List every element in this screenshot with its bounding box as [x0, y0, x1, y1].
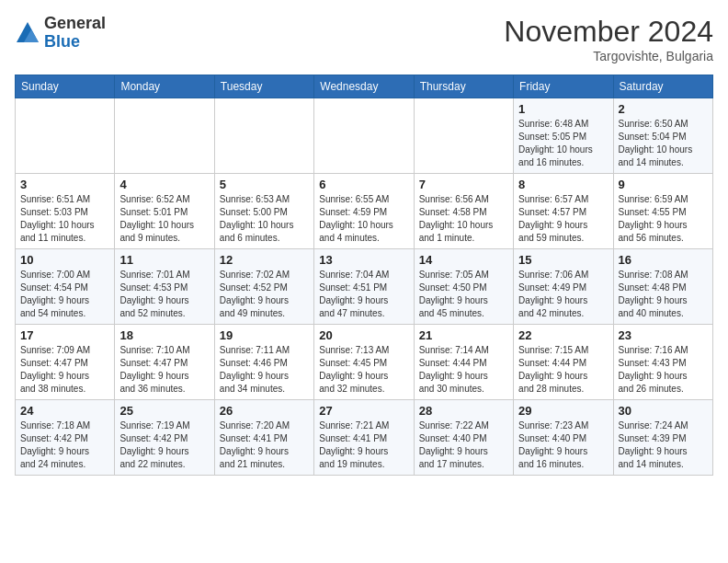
calendar-day-cell: 14Sunrise: 7:05 AM Sunset: 4:50 PM Dayli… — [414, 249, 513, 325]
calendar-day-cell: 16Sunrise: 7:08 AM Sunset: 4:48 PM Dayli… — [613, 249, 712, 325]
day-number: 30 — [619, 404, 708, 418]
day-number: 27 — [319, 404, 408, 418]
day-info: Sunrise: 6:53 AM Sunset: 5:00 PM Dayligh… — [220, 193, 309, 245]
day-info: Sunrise: 6:50 AM Sunset: 5:04 PM Dayligh… — [619, 118, 708, 169]
day-number: 2 — [619, 102, 708, 116]
day-info: Sunrise: 7:08 AM Sunset: 4:48 PM Dayligh… — [619, 269, 708, 320]
day-info: Sunrise: 7:23 AM Sunset: 4:40 PM Dayligh… — [518, 419, 608, 471]
calendar-day-cell: 6Sunrise: 6:55 AM Sunset: 4:59 PM Daylig… — [314, 174, 414, 249]
calendar-body: 1Sunrise: 6:48 AM Sunset: 5:05 PM Daylig… — [16, 98, 713, 476]
day-number: 23 — [619, 328, 708, 342]
day-number: 20 — [319, 328, 408, 342]
calendar-day-cell: 7Sunrise: 6:56 AM Sunset: 4:58 PM Daylig… — [414, 174, 513, 249]
day-info: Sunrise: 7:18 AM Sunset: 4:42 PM Dayligh… — [20, 419, 109, 471]
day-number: 14 — [419, 253, 508, 267]
calendar-day-cell: 1Sunrise: 6:48 AM Sunset: 5:05 PM Daylig… — [514, 98, 613, 174]
day-number: 15 — [518, 253, 608, 267]
day-number: 8 — [518, 178, 608, 191]
day-number: 28 — [419, 404, 508, 418]
calendar-week-row: 17Sunrise: 7:09 AM Sunset: 4:47 PM Dayli… — [16, 325, 713, 400]
day-info: Sunrise: 7:04 AM Sunset: 4:51 PM Dayligh… — [319, 269, 408, 320]
weekday-header-cell: Tuesday — [214, 75, 313, 98]
day-number: 18 — [119, 328, 209, 342]
calendar-day-cell: 5Sunrise: 6:53 AM Sunset: 5:00 PM Daylig… — [214, 174, 313, 249]
day-info: Sunrise: 7:02 AM Sunset: 4:52 PM Dayligh… — [220, 269, 309, 320]
day-number: 11 — [119, 253, 209, 267]
day-info: Sunrise: 7:01 AM Sunset: 4:53 PM Dayligh… — [119, 269, 209, 320]
calendar-week-row: 10Sunrise: 7:00 AM Sunset: 4:54 PM Dayli… — [16, 249, 713, 325]
weekday-header-cell: Saturday — [613, 75, 712, 98]
day-number: 22 — [518, 328, 608, 342]
calendar-day-cell: 23Sunrise: 7:16 AM Sunset: 4:43 PM Dayli… — [613, 325, 712, 400]
day-number: 17 — [20, 328, 109, 342]
calendar-day-cell: 15Sunrise: 7:06 AM Sunset: 4:49 PM Dayli… — [514, 249, 613, 325]
logo-text: General Blue — [44, 15, 106, 52]
weekday-header-cell: Wednesday — [314, 75, 414, 98]
calendar-table: SundayMondayTuesdayWednesdayThursdayFrid… — [15, 75, 713, 476]
day-info: Sunrise: 7:00 AM Sunset: 4:54 PM Dayligh… — [20, 269, 109, 320]
calendar-day-cell: 11Sunrise: 7:01 AM Sunset: 4:53 PM Dayli… — [115, 249, 214, 325]
day-number: 7 — [419, 178, 508, 191]
calendar-day-cell: 22Sunrise: 7:15 AM Sunset: 4:44 PM Dayli… — [514, 325, 613, 400]
day-info: Sunrise: 7:20 AM Sunset: 4:41 PM Dayligh… — [220, 419, 309, 471]
day-info: Sunrise: 7:15 AM Sunset: 4:44 PM Dayligh… — [518, 344, 608, 396]
day-info: Sunrise: 6:51 AM Sunset: 5:03 PM Dayligh… — [20, 193, 109, 245]
day-info: Sunrise: 7:14 AM Sunset: 4:44 PM Dayligh… — [419, 344, 508, 396]
day-info: Sunrise: 6:56 AM Sunset: 4:58 PM Dayligh… — [419, 193, 508, 245]
day-info: Sunrise: 6:48 AM Sunset: 5:05 PM Dayligh… — [518, 118, 608, 169]
day-number: 16 — [619, 253, 708, 267]
calendar-day-cell: 19Sunrise: 7:11 AM Sunset: 4:46 PM Dayli… — [214, 325, 313, 400]
title-block: November 2024 Targovishte, Bulgaria — [504, 15, 713, 63]
calendar-day-cell: 9Sunrise: 6:59 AM Sunset: 4:55 PM Daylig… — [613, 174, 712, 249]
logo: General Blue — [15, 15, 106, 52]
calendar-day-cell: 13Sunrise: 7:04 AM Sunset: 4:51 PM Dayli… — [314, 249, 414, 325]
day-info: Sunrise: 7:16 AM Sunset: 4:43 PM Dayligh… — [619, 344, 708, 396]
day-info: Sunrise: 7:24 AM Sunset: 4:39 PM Dayligh… — [619, 419, 708, 471]
day-number: 4 — [119, 178, 209, 191]
day-number: 9 — [619, 178, 708, 191]
weekday-header-row: SundayMondayTuesdayWednesdayThursdayFrid… — [16, 75, 713, 98]
day-number: 5 — [220, 178, 309, 191]
day-info: Sunrise: 6:52 AM Sunset: 5:01 PM Dayligh… — [119, 193, 209, 245]
day-number: 6 — [319, 178, 408, 191]
calendar-day-cell — [314, 98, 414, 174]
calendar-day-cell: 18Sunrise: 7:10 AM Sunset: 4:47 PM Dayli… — [115, 325, 214, 400]
day-number: 19 — [220, 328, 309, 342]
day-number: 29 — [518, 404, 608, 418]
day-info: Sunrise: 7:10 AM Sunset: 4:47 PM Dayligh… — [119, 344, 209, 396]
day-info: Sunrise: 7:19 AM Sunset: 4:42 PM Dayligh… — [119, 419, 209, 471]
day-info: Sunrise: 7:21 AM Sunset: 4:41 PM Dayligh… — [319, 419, 408, 471]
day-info: Sunrise: 7:11 AM Sunset: 4:46 PM Dayligh… — [220, 344, 309, 396]
page-header: General Blue November 2024 Targovishte, … — [15, 15, 713, 63]
day-number: 21 — [419, 328, 508, 342]
day-info: Sunrise: 7:13 AM Sunset: 4:45 PM Dayligh… — [319, 344, 408, 396]
day-info: Sunrise: 7:22 AM Sunset: 4:40 PM Dayligh… — [419, 419, 508, 471]
calendar-day-cell: 10Sunrise: 7:00 AM Sunset: 4:54 PM Dayli… — [16, 249, 115, 325]
calendar-day-cell: 4Sunrise: 6:52 AM Sunset: 5:01 PM Daylig… — [115, 174, 214, 249]
calendar-day-cell: 20Sunrise: 7:13 AM Sunset: 4:45 PM Dayli… — [314, 325, 414, 400]
day-number: 10 — [20, 253, 109, 267]
day-info: Sunrise: 6:57 AM Sunset: 4:57 PM Dayligh… — [518, 193, 608, 245]
calendar-day-cell — [16, 98, 115, 174]
calendar-day-cell: 12Sunrise: 7:02 AM Sunset: 4:52 PM Dayli… — [214, 249, 313, 325]
calendar-day-cell — [214, 98, 313, 174]
weekday-header-cell: Sunday — [16, 75, 115, 98]
calendar-day-cell: 21Sunrise: 7:14 AM Sunset: 4:44 PM Dayli… — [414, 325, 513, 400]
calendar-week-row: 24Sunrise: 7:18 AM Sunset: 4:42 PM Dayli… — [16, 400, 713, 476]
weekday-header-cell: Monday — [115, 75, 214, 98]
calendar-day-cell — [115, 98, 214, 174]
day-number: 13 — [319, 253, 408, 267]
day-info: Sunrise: 6:59 AM Sunset: 4:55 PM Dayligh… — [619, 193, 708, 245]
calendar-day-cell: 25Sunrise: 7:19 AM Sunset: 4:42 PM Dayli… — [115, 400, 214, 476]
day-info: Sunrise: 6:55 AM Sunset: 4:59 PM Dayligh… — [319, 193, 408, 245]
calendar-week-row: 3Sunrise: 6:51 AM Sunset: 5:03 PM Daylig… — [16, 174, 713, 249]
calendar-day-cell: 24Sunrise: 7:18 AM Sunset: 4:42 PM Dayli… — [16, 400, 115, 476]
calendar-day-cell: 27Sunrise: 7:21 AM Sunset: 4:41 PM Dayli… — [314, 400, 414, 476]
calendar-day-cell: 2Sunrise: 6:50 AM Sunset: 5:04 PM Daylig… — [613, 98, 712, 174]
day-number: 3 — [20, 178, 109, 191]
calendar-week-row: 1Sunrise: 6:48 AM Sunset: 5:05 PM Daylig… — [16, 98, 713, 174]
day-number: 24 — [20, 404, 109, 418]
day-number: 1 — [518, 102, 608, 116]
calendar-day-cell — [414, 98, 513, 174]
day-number: 26 — [220, 404, 309, 418]
